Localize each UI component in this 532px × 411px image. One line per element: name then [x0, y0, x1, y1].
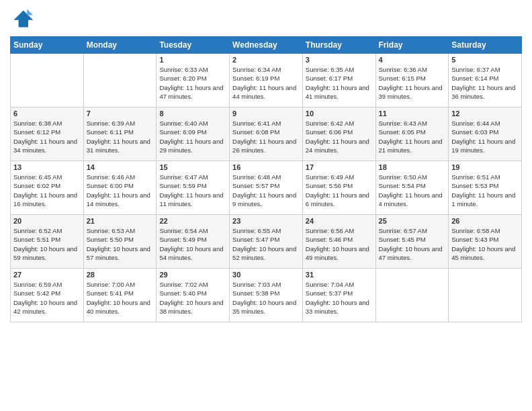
col-header-friday: Friday	[375, 37, 449, 54]
day-cell: 31Sunrise: 7:04 AM Sunset: 5:37 PM Dayli…	[302, 269, 375, 322]
day-number: 22	[159, 217, 226, 225]
day-info: Sunrise: 6:43 AM Sunset: 6:05 PM Dayligh…	[379, 119, 446, 154]
day-number: 8	[159, 109, 226, 118]
day-info: Sunrise: 6:57 AM Sunset: 5:45 PM Dayligh…	[379, 226, 446, 262]
day-number: 31	[306, 271, 373, 279]
day-info: Sunrise: 6:42 AM Sunset: 6:06 PM Dayligh…	[306, 119, 373, 154]
day-number: 13	[13, 163, 81, 171]
day-cell: 19Sunrise: 6:51 AM Sunset: 5:53 PM Dayli…	[449, 161, 522, 215]
week-row-2: 6Sunrise: 6:38 AM Sunset: 6:12 PM Daylig…	[11, 107, 522, 161]
day-info: Sunrise: 6:44 AM Sunset: 6:03 PM Dayligh…	[451, 119, 519, 154]
day-number: 29	[159, 271, 226, 279]
day-number: 20	[13, 217, 81, 225]
day-cell: 5Sunrise: 6:37 AM Sunset: 6:14 PM Daylig…	[449, 54, 522, 107]
col-header-wednesday: Wednesday	[230, 37, 303, 54]
day-cell: 2Sunrise: 6:34 AM Sunset: 6:19 PM Daylig…	[230, 54, 303, 107]
svg-marker-1	[27, 9, 33, 15]
day-cell: 15Sunrise: 6:47 AM Sunset: 5:59 PM Dayli…	[157, 161, 230, 215]
day-cell: 30Sunrise: 7:03 AM Sunset: 5:38 PM Dayli…	[230, 269, 303, 322]
day-number: 16	[232, 163, 300, 171]
day-cell: 11Sunrise: 6:43 AM Sunset: 6:05 PM Dayli…	[375, 107, 449, 161]
day-cell: 12Sunrise: 6:44 AM Sunset: 6:03 PM Dayli…	[449, 107, 522, 161]
day-cell: 7Sunrise: 6:39 AM Sunset: 6:11 PM Daylig…	[83, 107, 157, 161]
day-info: Sunrise: 6:35 AM Sunset: 6:17 PM Dayligh…	[306, 65, 373, 101]
day-cell: 4Sunrise: 6:36 AM Sunset: 6:15 PM Daylig…	[375, 54, 449, 107]
day-info: Sunrise: 6:49 AM Sunset: 5:56 PM Dayligh…	[306, 173, 373, 208]
day-cell: 14Sunrise: 6:46 AM Sunset: 6:00 PM Dayli…	[83, 161, 157, 215]
day-info: Sunrise: 7:03 AM Sunset: 5:38 PM Dayligh…	[232, 280, 300, 316]
day-number: 17	[306, 163, 373, 171]
day-cell: 20Sunrise: 6:52 AM Sunset: 5:51 PM Dayli…	[11, 215, 84, 269]
day-cell: 1Sunrise: 6:33 AM Sunset: 6:20 PM Daylig…	[157, 54, 230, 107]
day-cell: 21Sunrise: 6:53 AM Sunset: 5:50 PM Dayli…	[83, 215, 157, 269]
day-number: 15	[159, 163, 226, 171]
week-row-3: 13Sunrise: 6:45 AM Sunset: 6:02 PM Dayli…	[11, 161, 522, 215]
day-number: 2	[232, 56, 300, 64]
day-info: Sunrise: 6:55 AM Sunset: 5:47 PM Dayligh…	[232, 226, 300, 262]
day-cell: 17Sunrise: 6:49 AM Sunset: 5:56 PM Dayli…	[302, 161, 375, 215]
day-info: Sunrise: 6:38 AM Sunset: 6:12 PM Dayligh…	[13, 119, 81, 154]
day-info: Sunrise: 6:59 AM Sunset: 5:42 PM Dayligh…	[13, 280, 81, 316]
day-cell	[83, 54, 157, 107]
day-cell	[375, 269, 449, 322]
day-cell	[449, 269, 522, 322]
col-header-saturday: Saturday	[449, 37, 522, 54]
day-info: Sunrise: 6:40 AM Sunset: 6:09 PM Dayligh…	[159, 119, 226, 154]
week-row-4: 20Sunrise: 6:52 AM Sunset: 5:51 PM Dayli…	[11, 215, 522, 269]
day-cell: 8Sunrise: 6:40 AM Sunset: 6:09 PM Daylig…	[157, 107, 230, 161]
day-cell: 3Sunrise: 6:35 AM Sunset: 6:17 PM Daylig…	[302, 54, 375, 107]
header-row: SundayMondayTuesdayWednesdayThursdayFrid…	[11, 37, 522, 54]
day-number: 21	[87, 217, 154, 225]
day-number: 27	[13, 271, 81, 279]
day-cell: 23Sunrise: 6:55 AM Sunset: 5:47 PM Dayli…	[230, 215, 303, 269]
day-number: 4	[379, 56, 446, 64]
day-number: 28	[87, 271, 154, 279]
day-number: 12	[451, 109, 519, 118]
col-header-thursday: Thursday	[302, 37, 375, 54]
day-number: 18	[379, 163, 446, 171]
day-info: Sunrise: 6:47 AM Sunset: 5:59 PM Dayligh…	[159, 173, 226, 208]
day-info: Sunrise: 6:50 AM Sunset: 5:54 PM Dayligh…	[379, 173, 446, 208]
day-info: Sunrise: 6:53 AM Sunset: 5:50 PM Dayligh…	[87, 226, 154, 262]
day-info: Sunrise: 7:00 AM Sunset: 5:41 PM Dayligh…	[87, 280, 154, 316]
day-cell: 27Sunrise: 6:59 AM Sunset: 5:42 PM Dayli…	[11, 269, 84, 322]
day-number: 19	[451, 163, 519, 171]
day-info: Sunrise: 6:54 AM Sunset: 5:49 PM Dayligh…	[159, 226, 226, 262]
day-info: Sunrise: 6:48 AM Sunset: 5:57 PM Dayligh…	[232, 173, 300, 208]
day-cell: 22Sunrise: 6:54 AM Sunset: 5:49 PM Dayli…	[157, 215, 230, 269]
logo-icon	[10, 7, 34, 31]
day-info: Sunrise: 6:34 AM Sunset: 6:19 PM Dayligh…	[232, 65, 300, 101]
day-cell: 6Sunrise: 6:38 AM Sunset: 6:12 PM Daylig…	[11, 107, 84, 161]
day-number: 1	[159, 56, 226, 64]
day-info: Sunrise: 6:52 AM Sunset: 5:51 PM Dayligh…	[13, 226, 81, 262]
day-number: 14	[87, 163, 154, 171]
day-cell: 13Sunrise: 6:45 AM Sunset: 6:02 PM Dayli…	[11, 161, 84, 215]
header	[10, 7, 522, 31]
day-number: 25	[379, 217, 446, 225]
day-cell: 16Sunrise: 6:48 AM Sunset: 5:57 PM Dayli…	[230, 161, 303, 215]
col-header-tuesday: Tuesday	[157, 37, 230, 54]
day-cell: 25Sunrise: 6:57 AM Sunset: 5:45 PM Dayli…	[375, 215, 449, 269]
day-info: Sunrise: 6:45 AM Sunset: 6:02 PM Dayligh…	[13, 173, 81, 208]
day-number: 6	[13, 109, 81, 118]
col-header-sunday: Sunday	[11, 37, 84, 54]
day-info: Sunrise: 6:51 AM Sunset: 5:53 PM Dayligh…	[451, 173, 519, 208]
day-info: Sunrise: 7:04 AM Sunset: 5:37 PM Dayligh…	[306, 280, 373, 316]
day-cell	[11, 54, 84, 107]
day-info: Sunrise: 6:58 AM Sunset: 5:43 PM Dayligh…	[451, 226, 519, 262]
day-number: 11	[379, 109, 446, 118]
day-number: 26	[451, 217, 519, 225]
day-cell: 26Sunrise: 6:58 AM Sunset: 5:43 PM Dayli…	[449, 215, 522, 269]
day-cell: 24Sunrise: 6:56 AM Sunset: 5:46 PM Dayli…	[302, 215, 375, 269]
day-info: Sunrise: 6:41 AM Sunset: 6:08 PM Dayligh…	[232, 119, 300, 154]
calendar-table: SundayMondayTuesdayWednesdayThursdayFrid…	[10, 36, 522, 322]
day-info: Sunrise: 6:39 AM Sunset: 6:11 PM Dayligh…	[87, 119, 154, 154]
day-info: Sunrise: 6:56 AM Sunset: 5:46 PM Dayligh…	[306, 226, 373, 262]
day-info: Sunrise: 6:46 AM Sunset: 6:00 PM Dayligh…	[87, 173, 154, 208]
day-cell: 28Sunrise: 7:00 AM Sunset: 5:41 PM Dayli…	[83, 269, 157, 322]
col-header-monday: Monday	[83, 37, 157, 54]
week-row-1: 1Sunrise: 6:33 AM Sunset: 6:20 PM Daylig…	[11, 54, 522, 107]
page: SundayMondayTuesdayWednesdayThursdayFrid…	[0, 0, 532, 411]
logo	[10, 7, 37, 31]
day-number: 23	[232, 217, 300, 225]
